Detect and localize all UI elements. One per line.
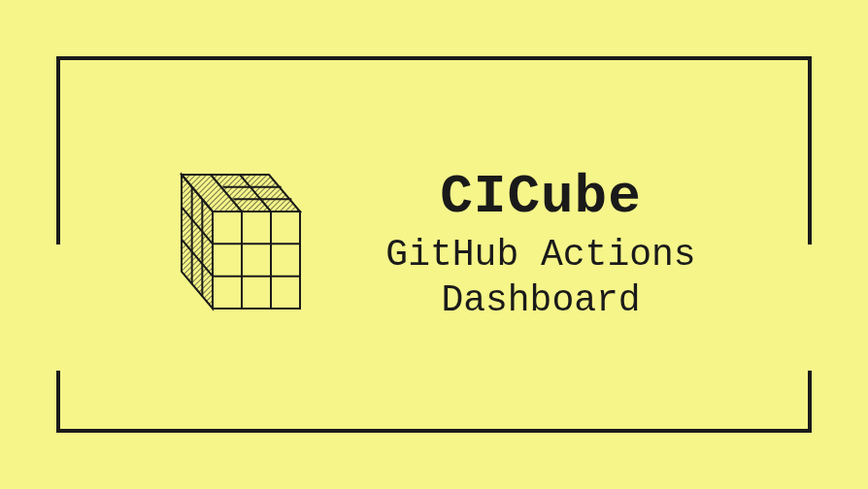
cube-icon [172, 165, 317, 325]
main-content: CICube GitHub Actions Dashboard [0, 0, 868, 489]
brand-subtitle: GitHub Actions Dashboard [385, 232, 695, 324]
brand-text-block: CICube GitHub Actions Dashboard [385, 166, 695, 324]
subtitle-line-1: GitHub Actions [385, 234, 695, 276]
subtitle-line-2: Dashboard [441, 279, 640, 321]
svg-rect-9 [213, 212, 300, 309]
brand-title: CICube [385, 166, 695, 228]
